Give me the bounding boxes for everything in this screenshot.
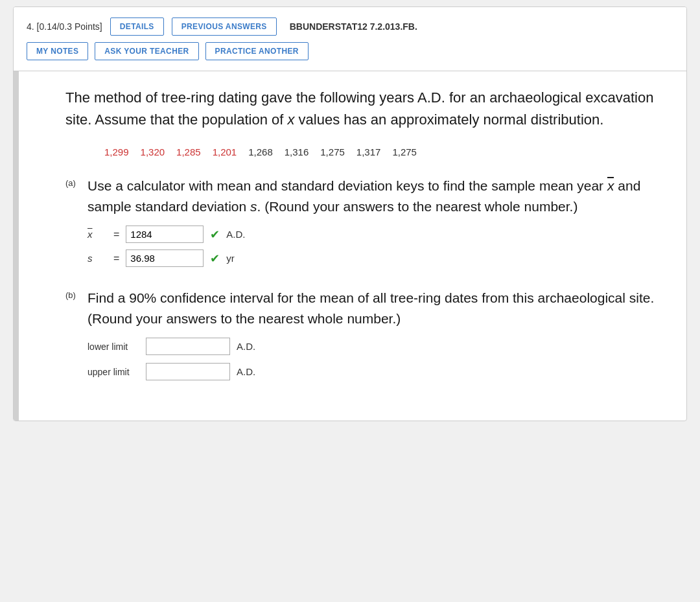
part-b-header: (b) Find a 90% confidence interval for t… xyxy=(65,288,667,329)
s-equals: = xyxy=(113,253,119,264)
source-label: BBUNDERSTAT12 7.2.013.FB. xyxy=(290,21,417,32)
data-value-4: 1,201 xyxy=(213,146,237,157)
xbar-equals: = xyxy=(113,229,119,240)
s-check-icon: ✔ xyxy=(210,251,220,266)
part-a-label: (a) xyxy=(65,178,81,188)
part-a-answers: x = ✔ A.D. s = ✔ yr xyxy=(88,226,667,267)
practice-another-button[interactable]: PRACTICE ANOTHER xyxy=(205,42,309,60)
lower-limit-label: lower limit xyxy=(88,342,139,352)
details-button[interactable]: DETAILS xyxy=(110,17,164,36)
data-value-3: 1,285 xyxy=(176,146,201,157)
xbar-unit: A.D. xyxy=(226,229,245,240)
xbar-answer-row: x = ✔ A.D. xyxy=(88,226,667,243)
lower-limit-row: lower limit A.D. xyxy=(88,338,667,355)
data-values-row: 1,299 1,320 1,285 1,201 1,268 1,316 1,27… xyxy=(65,146,667,157)
data-value-5: 1,268 xyxy=(248,146,273,157)
s-unit: yr xyxy=(226,253,235,264)
data-value-6: 1,316 xyxy=(285,146,309,157)
data-value-9: 1,275 xyxy=(392,146,417,157)
xbar-label: x xyxy=(88,229,107,240)
part-a-block: (a) Use a calculator with mean and stand… xyxy=(65,176,667,267)
upper-limit-input[interactable] xyxy=(146,363,230,380)
upper-limit-unit: A.D. xyxy=(237,366,255,377)
toolbar: 4. [0.14/0.3 Points] DETAILS PREVIOUS AN… xyxy=(14,7,686,71)
s-answer-row: s = ✔ yr xyxy=(88,249,667,267)
s-input[interactable] xyxy=(126,249,204,267)
data-value-2: 1,320 xyxy=(141,146,165,157)
part-b-text: Find a 90% confidence interval for the m… xyxy=(88,288,667,329)
data-value-1: 1,299 xyxy=(104,146,129,157)
part-a-text: Use a calculator with mean and standard … xyxy=(88,176,667,216)
part-a-header: (a) Use a calculator with mean and stand… xyxy=(65,176,667,216)
lower-limit-unit: A.D. xyxy=(237,341,255,352)
problem-text: The method of tree-ring dating gave the … xyxy=(65,87,667,131)
xbar-symbol: x xyxy=(607,176,614,196)
xbar-input[interactable] xyxy=(126,226,204,243)
question-number: 4. [0.14/0.3 Points] xyxy=(27,21,102,32)
content-area: The method of tree-ring dating gave the … xyxy=(14,71,686,421)
my-notes-button[interactable]: MY NOTES xyxy=(27,42,88,60)
s-label: s xyxy=(88,253,107,264)
upper-limit-row: upper limit A.D. xyxy=(88,363,667,380)
part-b-label: (b) xyxy=(65,290,81,300)
toolbar-row-2: MY NOTES ASK YOUR TEACHER PRACTICE ANOTH… xyxy=(27,42,673,60)
lower-limit-input[interactable] xyxy=(146,338,230,355)
part-b-limit-fields: lower limit A.D. upper limit A.D. xyxy=(88,338,667,380)
data-value-8: 1,317 xyxy=(356,146,381,157)
ask-teacher-button[interactable]: ASK YOUR TEACHER xyxy=(95,42,198,60)
left-accent xyxy=(14,71,19,421)
data-value-7: 1,275 xyxy=(320,146,345,157)
xbar-check-icon: ✔ xyxy=(210,227,220,242)
upper-limit-label: upper limit xyxy=(88,367,139,377)
toolbar-row-1: 4. [0.14/0.3 Points] DETAILS PREVIOUS AN… xyxy=(27,17,673,36)
previous-answers-button[interactable]: PREVIOUS ANSWERS xyxy=(172,17,277,36)
part-b-block: (b) Find a 90% confidence interval for t… xyxy=(65,288,667,380)
main-container: 4. [0.14/0.3 Points] DETAILS PREVIOUS AN… xyxy=(13,6,687,421)
